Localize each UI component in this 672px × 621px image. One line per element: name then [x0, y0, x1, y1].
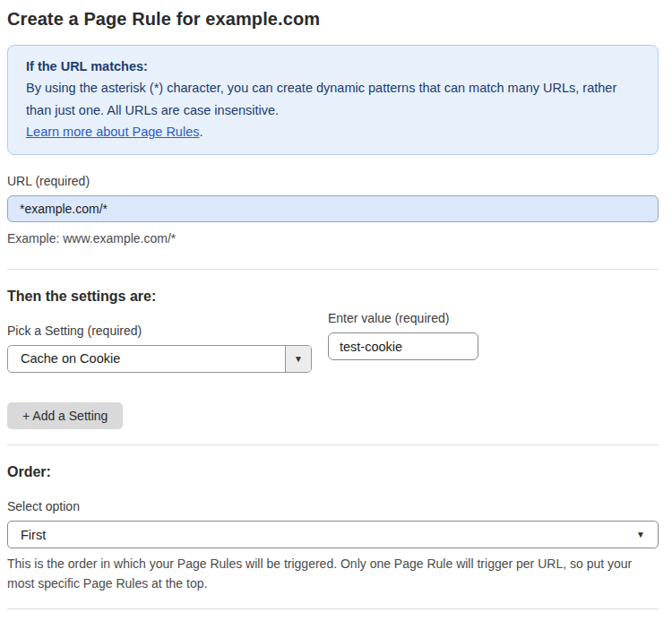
enter-value-column: Enter value (required) — [328, 305, 478, 360]
order-select-value: First — [21, 528, 636, 542]
pick-setting-column: Pick a Setting (required) Cache on Cooki… — [7, 305, 312, 373]
info-box-body: By using the asterisk (*) character, you… — [26, 77, 640, 121]
learn-more-link[interactable]: Learn more about Page Rules — [26, 125, 199, 139]
order-helper-text: This is the order in which your Page Rul… — [7, 555, 654, 593]
url-label: URL (required) — [7, 174, 659, 188]
url-input[interactable] — [7, 195, 659, 222]
order-section-heading: Order: — [7, 464, 659, 480]
divider-settings — [7, 444, 659, 445]
info-link-row: Learn more about Page Rules. — [26, 121, 640, 142]
pick-setting-label: Pick a Setting (required) — [7, 323, 312, 338]
select-chevron-down-icon: ▼ — [636, 530, 645, 539]
divider-top — [7, 269, 659, 270]
create-page-rule-form: Create a Page Rule for example.com If th… — [0, 0, 672, 621]
select-option-label: Select option — [7, 499, 659, 513]
settings-section-heading: Then the settings are: — [7, 289, 659, 305]
setting-dropdown-value: Cache on Cookie — [8, 346, 285, 372]
enter-value-label: Enter value (required) — [328, 311, 478, 325]
url-match-info-box: If the URL matches: By using the asteris… — [7, 45, 659, 155]
order-select[interactable]: First ▼ — [7, 521, 659, 548]
setting-dropdown[interactable]: Cache on Cookie ▼ — [7, 345, 312, 373]
setting-value-input[interactable] — [328, 332, 478, 360]
divider-bottom — [7, 608, 659, 609]
page-title: Create a Page Rule for example.com — [7, 9, 659, 30]
info-box-heading: If the URL matches: — [26, 56, 640, 77]
settings-row: Pick a Setting (required) Cache on Cooki… — [7, 305, 659, 373]
link-period: . — [199, 125, 202, 139]
add-setting-button[interactable]: + Add a Setting — [7, 402, 123, 429]
url-example-text: Example: www.example.com/* — [7, 229, 659, 249]
chevron-down-icon[interactable]: ▼ — [285, 346, 311, 372]
